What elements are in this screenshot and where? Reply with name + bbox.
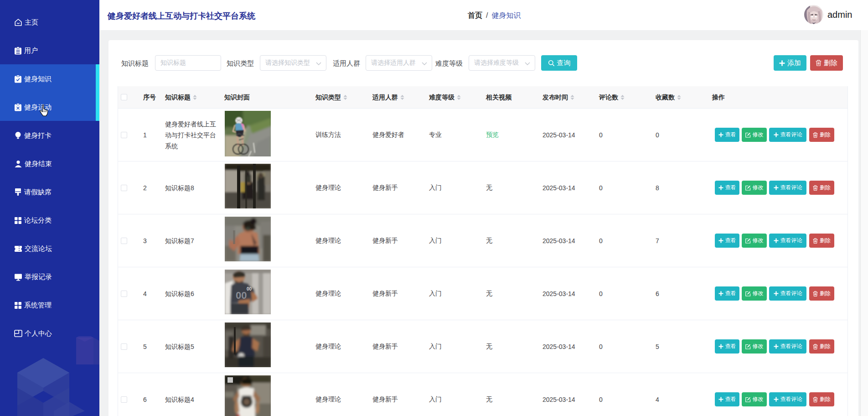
svg-text:00: 00: [247, 286, 252, 291]
svg-text:00: 00: [236, 290, 247, 301]
